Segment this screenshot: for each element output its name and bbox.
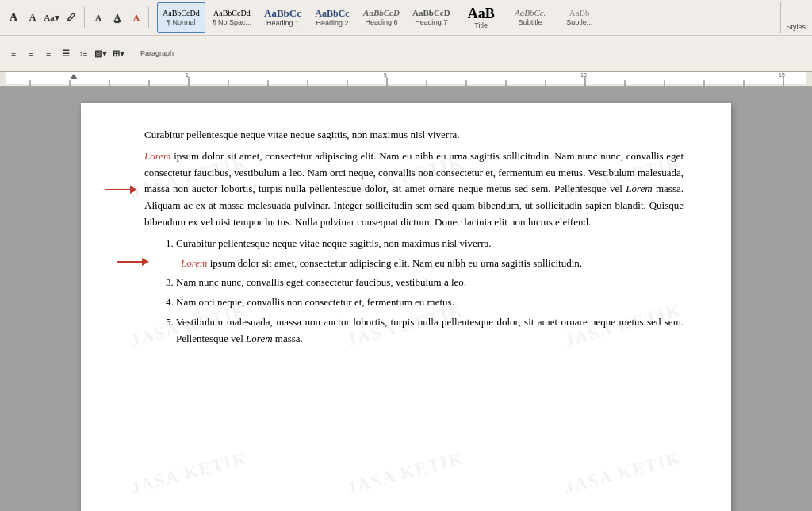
document-area: JASA KETIK JASA KETIK JASA KETIK JASA KE…	[0, 87, 812, 511]
style-h7-preview: AaBbCcD	[412, 9, 450, 17]
style-h2-label: Heading 2	[316, 19, 348, 27]
style-h1-preview: AaBbCc	[264, 8, 301, 18]
list-item-4: Nam orci neque, convallis non consectetu…	[176, 294, 684, 311]
svg-text:1: 1	[186, 72, 189, 78]
style-h1-label: Heading 1	[266, 19, 299, 27]
svg-text:15: 15	[779, 72, 785, 78]
paragraph-label: Paragraph	[140, 49, 174, 57]
toolbar-bottom-row: ≡ ≡ ≡ ☰ ↕≡ ▨▾ ⊞▾ Paragraph	[0, 36, 812, 71]
font-format-group: A A Aa▾ 🖊 A A̲ A	[6, 7, 144, 28]
list-item-5-lorem: Lorem	[246, 332, 272, 344]
numbered-list: Curabitur pellentesque neque vitae neque…	[144, 236, 684, 348]
style-nospace-label: ¶ No Spac...	[213, 18, 251, 26]
align-justify-icon[interactable]: ☰	[59, 46, 73, 60]
paragraph-2-wrapper: Lorem ipsum dolor sit amet, consectetur …	[144, 148, 684, 231]
svg-text:10: 10	[580, 72, 587, 78]
style-heading1[interactable]: AaBbCc Heading 1	[259, 2, 307, 33]
ruler-svg: 1 5 10 15	[6, 71, 806, 87]
underline-icon[interactable]: A̲	[110, 10, 124, 25]
list-item-3: Nam nunc nunc, convallis eget consectetu…	[176, 275, 684, 291]
style-heading6[interactable]: AaBbCcD Heading 6	[358, 2, 405, 33]
style-h7-label: Heading 7	[415, 18, 447, 26]
paragraph-2-lorem2: Lorem	[626, 182, 652, 194]
style-heading7[interactable]: AaBbCcD Heading 7	[407, 2, 456, 33]
style-subtle-label: Subtle...	[566, 18, 592, 26]
style-normal-preview: AaBbCcDd	[163, 10, 200, 17]
list-item-2-rest: ipsum dolor sit amet, consectetur adipis…	[207, 257, 582, 269]
style-h6-preview: AaBbCcD	[363, 9, 400, 17]
list-item-2-wrapper: Lorem ipsum dolor sit amet, consectetur …	[160, 256, 684, 272]
borders-icon[interactable]: ⊞▾	[111, 46, 125, 60]
style-title[interactable]: AaB Title	[458, 2, 505, 33]
ruler-inner: 1 5 10 15	[6, 71, 806, 87]
watermark-9: JASA KETIK	[499, 374, 731, 511]
shading-icon[interactable]: ▨▾	[94, 46, 108, 60]
toolbar-top-row: A A Aa▾ 🖊 A A̲ A AaBbCcDd ¶ Normal AaBbC…	[0, 0, 812, 36]
list-item-1-text: Curabitur pellentesque neque vitae neque…	[176, 237, 491, 249]
paragraph-2: Lorem ipsum dolor sit amet, consectetur …	[144, 148, 684, 231]
sep1	[84, 7, 85, 28]
style-normal[interactable]: AaBbCcDd ¶ Normal	[157, 2, 205, 33]
style-normal-label: ¶ Normal	[167, 18, 195, 26]
font-aa-icon[interactable]: Aa▾	[44, 10, 59, 25]
style-subtle[interactable]: AaBb Subtle...	[556, 2, 603, 33]
list-item-2-lorem: Lorem	[181, 257, 207, 269]
style-title-preview: AaB	[468, 6, 495, 21]
paragraph-group: ≡ ≡ ≡ ☰ ↕≡ ▨▾ ⊞▾	[6, 46, 132, 60]
style-h6-label: Heading 6	[365, 18, 397, 26]
font-name-a-icon[interactable]: A	[6, 10, 21, 25]
svg-text:5: 5	[384, 72, 387, 78]
arrow-2-shaft	[117, 261, 142, 263]
arrow-1-head	[130, 186, 137, 194]
style-subtitle[interactable]: AaBbCc. Subtitle	[507, 2, 554, 33]
style-nospace-preview: AaBbCcDd	[213, 10, 251, 17]
list-item-3-text: Nam nunc nunc, convallis eget consectetu…	[176, 276, 466, 288]
paragraph-1-text: Curabitur pellentesque neque vitae neque…	[144, 129, 459, 140]
align-center-icon[interactable]: ≡	[24, 46, 38, 60]
arrow-2	[117, 258, 149, 266]
arrow-1	[105, 186, 137, 194]
style-subtitle-preview: AaBbCc.	[515, 9, 546, 17]
styles-section-label: Styles	[780, 2, 806, 33]
align-right-icon[interactable]: ≡	[41, 46, 56, 60]
watermark-8: JASA KETIK	[282, 374, 530, 511]
styles-ribbon: AaBbCcDd ¶ Normal AaBbCcDd ¶ No Spac... …	[154, 0, 777, 35]
arrow-2-head	[142, 258, 149, 266]
bold-icon[interactable]: A	[91, 10, 105, 25]
watermark-7: JASA KETIK	[81, 374, 313, 511]
style-h2-preview: AaBbCc	[315, 9, 349, 18]
toolbar: A A Aa▾ 🖊 A A̲ A AaBbCcDd ¶ Normal AaBbC…	[0, 0, 812, 71]
style-nospace[interactable]: AaBbCcDd ¶ No Spac...	[207, 2, 257, 33]
style-heading2[interactable]: AaBbCc Heading 2	[308, 2, 356, 33]
arrow-1-shaft	[105, 189, 130, 190]
paragraph-1: Curabitur pellentesque neque vitae neque…	[144, 127, 684, 144]
highlighter-icon[interactable]: 🖊	[63, 10, 78, 25]
ruler: 1 5 10 15	[0, 71, 812, 87]
page: JASA KETIK JASA KETIK JASA KETIK JASA KE…	[81, 103, 731, 511]
list-item-4-text: Nam orci neque, convallis non consectetu…	[176, 296, 454, 308]
list-item-5: Vestibulum malesuada, massa non auctor l…	[176, 314, 684, 348]
paragraph-2-rest1: ipsum dolor sit amet, consectetur adipis…	[144, 150, 684, 195]
style-subtle-preview: AaBb	[569, 9, 590, 17]
list-item-1: Curabitur pellentesque neque vitae neque…	[176, 236, 684, 252]
align-left-icon[interactable]: ≡	[6, 46, 21, 60]
document-content: Curabitur pellentesque neque vitae neque…	[144, 127, 684, 348]
style-subtitle-label: Subtitle	[519, 18, 542, 26]
style-title-label: Title	[474, 21, 488, 29]
list-item-5-end: massa.	[273, 332, 303, 344]
paragraph-2-lorem: Lorem	[144, 150, 170, 162]
font-color-icon[interactable]: A	[129, 10, 144, 25]
sep2	[148, 7, 149, 28]
line-spacing-icon[interactable]: ↕≡	[76, 46, 90, 60]
font-size-a-icon[interactable]: A	[25, 10, 40, 25]
